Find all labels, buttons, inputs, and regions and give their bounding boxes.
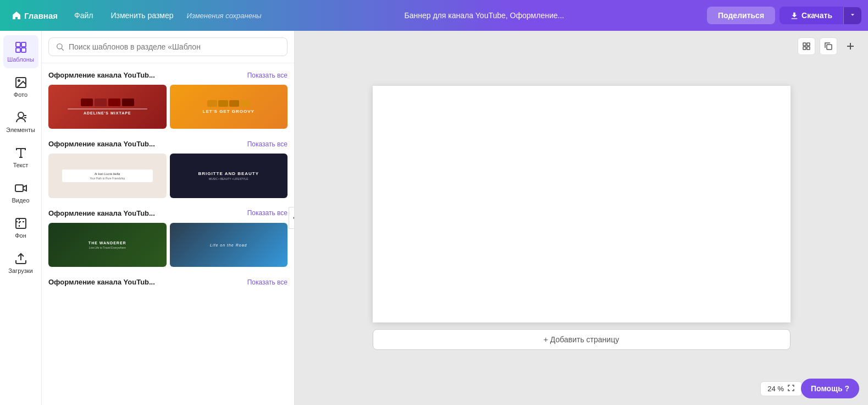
section-3-show-all[interactable]: Показать все <box>247 209 288 217</box>
sidebar-item-background[interactable]: Фон <box>3 211 38 244</box>
template-card[interactable]: ADELINE'S MIXTAPE <box>48 85 167 129</box>
svg-point-5 <box>18 80 20 81</box>
sidebar-item-uploads[interactable]: Загрузки <box>3 247 38 280</box>
icon-bar: Шаблоны Фото Элементы Текст <box>0 31 42 405</box>
main-area: Шаблоны Фото Элементы Текст <box>0 31 868 405</box>
svg-rect-1 <box>21 42 26 47</box>
section-2-header: Оформление канала YouTub... Показать все <box>48 140 288 148</box>
search-bar <box>42 31 294 63</box>
sidebar-item-video[interactable]: Видео <box>3 176 38 209</box>
collapse-panel-button[interactable] <box>289 207 295 229</box>
svg-rect-9 <box>16 218 26 228</box>
zoom-level: 24 % <box>767 385 784 393</box>
section-4-show-all[interactable]: Показать все <box>247 278 288 286</box>
resize-button[interactable]: Изменить размер <box>104 8 180 23</box>
section-3-grid: THE WANDERER Live Life to Travel Everywh… <box>48 223 288 267</box>
template-card-content: THE WANDERER Live Life to Travel Everywh… <box>48 223 167 267</box>
canvas[interactable] <box>373 86 790 322</box>
svg-rect-14 <box>807 43 810 46</box>
template-card[interactable]: Life on the Road <box>170 223 288 267</box>
svg-rect-17 <box>827 45 832 50</box>
template-card-content: BRIGITTE AND BEAUTY MUSIC • BEAUTY • LIF… <box>170 154 288 198</box>
template-card-content: Ik kan Lucia bella Your Path to Pure Fri… <box>48 154 167 198</box>
search-input-wrap[interactable] <box>48 37 288 56</box>
template-card[interactable]: Ik kan Lucia bella Your Path to Pure Fri… <box>48 154 167 198</box>
frame-tool-button[interactable] <box>798 37 815 55</box>
sidebar-item-uploads-label: Загрузки <box>8 267 32 274</box>
add-page-button[interactable]: + Добавить страницу <box>373 329 790 350</box>
text-icon <box>14 146 27 160</box>
templates-panel: Оформление канала YouTub... Показать все… <box>42 31 295 405</box>
section-1-show-all[interactable]: Показать все <box>247 72 288 79</box>
sidebar-item-templates[interactable]: Шаблоны <box>3 35 38 68</box>
section-2: Оформление канала YouTub... Показать все… <box>42 132 294 201</box>
section-2-grid: Ik kan Lucia bella Your Path to Pure Fri… <box>48 154 288 198</box>
section-4: Оформление канала YouTub... Показать все <box>42 270 294 295</box>
photo-icon <box>14 76 27 89</box>
file-button[interactable]: Файл <box>68 8 99 23</box>
section-4-header: Оформление канала YouTub... Показать все <box>48 278 288 286</box>
sidebar-item-video-label: Видео <box>12 197 29 204</box>
sidebar-item-elements-label: Элементы <box>6 127 35 133</box>
template-card[interactable]: LET'S GET GROOVY <box>170 85 288 129</box>
section-1-header: Оформление канала YouTub... Показать все <box>48 71 288 79</box>
section-3-header: Оформление канала YouTub... Показать все <box>48 209 288 217</box>
add-page-tool-button[interactable] <box>842 37 859 55</box>
template-card[interactable]: BRIGITTE AND BEAUTY MUSIC • BEAUTY • LIF… <box>170 154 288 198</box>
templates-icon <box>14 41 27 54</box>
svg-rect-3 <box>21 48 26 52</box>
svg-line-12 <box>62 48 64 51</box>
uploads-icon <box>14 252 27 265</box>
expand-icon <box>787 384 795 392</box>
topbar: Главная Файл Изменить размер Изменения с… <box>0 0 868 31</box>
copy-tool-button[interactable] <box>820 37 837 55</box>
download-button[interactable]: Скачать <box>779 7 843 24</box>
template-card[interactable]: THE WANDERER Live Life to Travel Everywh… <box>48 223 167 267</box>
frame-icon <box>802 42 811 51</box>
sidebar-item-elements[interactable]: Элементы <box>3 106 38 139</box>
template-card-content: ADELINE'S MIXTAPE <box>48 85 167 129</box>
svg-point-11 <box>57 44 62 49</box>
background-icon <box>14 217 27 230</box>
video-icon <box>14 182 27 195</box>
home-label: Главная <box>24 11 58 20</box>
share-button[interactable]: Поделиться <box>707 7 775 24</box>
download-icon <box>790 12 798 19</box>
section-1-grid: ADELINE'S MIXTAPE LET'S GET GROOVY <box>48 85 288 129</box>
svg-rect-15 <box>803 47 806 50</box>
add-icon <box>845 41 856 52</box>
home-button[interactable]: Главная <box>7 8 63 24</box>
help-button[interactable]: Помощь ? <box>801 379 859 398</box>
sidebar-item-photos-label: Фото <box>14 91 27 98</box>
download-label: Скачать <box>801 11 832 20</box>
svg-rect-8 <box>15 185 23 191</box>
section-2-show-all[interactable]: Показать все <box>247 140 288 148</box>
canvas-toolbar <box>798 37 859 55</box>
zoom-indicator: 24 % <box>760 381 802 396</box>
saved-status: Изменения сохранены <box>187 12 262 20</box>
help-label: Помощь ? <box>811 384 849 393</box>
download-options-button[interactable] <box>843 7 861 24</box>
sidebar-item-photos[interactable]: Фото <box>3 70 38 103</box>
svg-rect-16 <box>807 47 810 50</box>
elements-icon <box>14 111 27 124</box>
canvas-area: + Добавить страницу 24 % Помощь ? <box>295 31 868 405</box>
section-4-title: Оформление канала YouTub... <box>48 278 155 286</box>
copy-icon <box>824 42 833 51</box>
section-3: Оформление канала YouTub... Показать все… <box>42 201 294 270</box>
sidebar-item-text[interactable]: Текст <box>3 141 38 174</box>
section-2-title: Оформление канала YouTub... <box>48 140 155 148</box>
sidebar-item-background-label: Фон <box>15 232 26 239</box>
template-card-content: Life on the Road <box>170 223 288 267</box>
svg-rect-0 <box>16 42 20 47</box>
svg-rect-13 <box>803 43 806 46</box>
template-card-content: LET'S GET GROOVY <box>170 85 288 129</box>
section-1: Оформление канала YouTub... Показать все… <box>42 63 294 132</box>
search-icon <box>56 42 64 51</box>
zoom-expand-button[interactable] <box>787 384 795 393</box>
chevron-down-icon <box>849 12 856 18</box>
canvas-bottom-bar: + Добавить страницу <box>373 329 790 350</box>
sidebar-item-templates-label: Шаблоны <box>7 56 34 63</box>
search-input[interactable] <box>69 42 280 51</box>
section-3-title: Оформление канала YouTub... <box>48 209 155 217</box>
